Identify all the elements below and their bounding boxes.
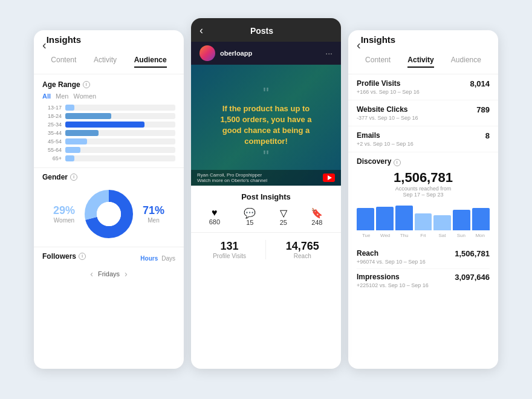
gender-section: Gender i 29% Women 71% Men — [34, 167, 184, 247]
age-range-title: Age Range i — [42, 80, 175, 89]
left-panel: ‹ Insights Content Activity Audience Age… — [34, 30, 184, 369]
tab-audience-right[interactable]: Audience — [451, 56, 481, 68]
disc-bar-tue — [357, 208, 374, 230]
bar-row-3544: 35-44 — [42, 130, 175, 136]
metric-sub: +2 vs. Sep 10 – Sep 16 — [357, 141, 414, 147]
discovery-section: Discovery i 1,506,781 Accounts reached f… — [348, 152, 498, 243]
tab-content-left[interactable]: Content — [51, 56, 76, 68]
metric-value: 8,014 — [470, 79, 490, 88]
day-sat: Sat — [433, 233, 452, 238]
metric-profile-visits: Profile Visits +166 vs. Sep 10 – Sep 16 … — [348, 74, 498, 100]
center-header: ‹ Posts — [191, 18, 341, 42]
age-range-section: Age Range i All Men Women 13-17 18-24 25… — [34, 74, 184, 167]
bar-track — [65, 130, 175, 136]
bar-label: 55-64 — [42, 147, 62, 153]
filter-women[interactable]: Women — [73, 92, 96, 100]
followers-section: Followers i Hours Days ‹ Fridays › — [34, 247, 184, 284]
metric-value: 8 — [485, 131, 490, 140]
age-range-info-icon[interactable]: i — [83, 81, 90, 88]
day-wed: Wed — [375, 233, 394, 238]
discovery-sub: Accounts reached fromSep 17 – Sep 23 — [357, 186, 490, 198]
followers-info-icon[interactable]: i — [79, 253, 86, 260]
day-sun: Sun — [452, 233, 470, 238]
reach-row: 131 Profile Visits 14,765 Reach — [191, 233, 341, 267]
next-day-button[interactable]: › — [125, 269, 128, 279]
center-panel: ‹ Posts oberloapp ··· " If the product h… — [191, 18, 341, 369]
likes-value: 680 — [209, 218, 220, 225]
metric-emails: Emails +2 vs. Sep 10 – Sep 16 8 — [348, 126, 498, 152]
saves-value: 248 — [311, 219, 323, 226]
disc-bar-thu — [395, 206, 413, 230]
bar-row-5564: 55-64 — [42, 147, 175, 153]
followers-title: Followers i — [42, 252, 86, 261]
metric-website-clicks: Website Clicks -377 vs. Sep 10 – Sep 16 … — [348, 100, 498, 126]
right-bottom-metrics: Reach +96074 vs. Sep 10 – Sep 16 1,506,7… — [348, 243, 498, 294]
bar-label: 35-44 — [42, 130, 62, 136]
bar-track — [65, 147, 175, 153]
bar-label: 65+ — [42, 155, 62, 161]
metric-name: Emails — [357, 131, 414, 140]
metric-value: 3,097,646 — [455, 273, 490, 282]
post-avatar — [199, 45, 215, 61]
discovery-bar-chart — [357, 203, 490, 233]
metric-info: Website Clicks -377 vs. Sep 10 – Sep 16 — [357, 105, 418, 121]
scene: ‹ Insights Content Activity Audience Age… — [6, 18, 526, 381]
age-bar-chart: 13-17 18-24 25-34 35-44 45-54 — [42, 105, 175, 161]
current-day: Fridays — [98, 270, 120, 277]
reach-label: Reach — [286, 253, 319, 259]
metric-info: Emails +2 vs. Sep 10 – Sep 16 — [357, 131, 414, 147]
metric-sub: +225102 vs. Sep 10 – Sep 16 — [357, 282, 429, 288]
bookmark-icon: 🔖 — [311, 207, 323, 219]
metric-sub: +96074 vs. Sep 10 – Sep 16 — [357, 259, 426, 265]
days-button[interactable]: Days — [161, 255, 175, 262]
attribution-name: Ryan Carroll, Pro Dropshipper — [197, 172, 267, 178]
men-stat: 71% Men — [143, 204, 164, 224]
tab-activity-left[interactable]: Activity — [94, 56, 117, 68]
filter-all[interactable]: All — [42, 92, 51, 100]
filter-men[interactable]: Men — [56, 92, 68, 100]
women-pct: 29% — [53, 204, 75, 217]
post-insights-label: Post Insights — [191, 186, 341, 205]
shares-value: 25 — [280, 219, 287, 226]
right-back-button[interactable]: ‹ — [357, 39, 361, 51]
gender-pie-chart — [85, 190, 133, 238]
gender-title: Gender i — [42, 173, 175, 181]
age-filter-row: All Men Women — [42, 92, 175, 100]
tab-content-right[interactable]: Content — [365, 56, 391, 68]
tab-activity-right[interactable]: Activity — [407, 56, 433, 68]
metric-info: Profile Visits +166 vs. Sep 10 – Sep 16 — [357, 79, 420, 95]
bar-label: 45-54 — [42, 138, 62, 144]
quote-close: " — [201, 147, 331, 166]
post-more-button[interactable]: ··· — [325, 48, 332, 58]
center-title: Posts — [203, 26, 320, 36]
stat-comments: 💬 15 — [244, 207, 256, 226]
metric-sub: +166 vs. Sep 10 – Sep 16 — [357, 89, 420, 95]
attribution-channel: Watch more on Oberlo's channel — [197, 178, 267, 183]
bar-track — [65, 155, 175, 161]
reach-value: 14,765 — [286, 240, 319, 253]
left-back-button[interactable]: ‹ — [42, 39, 47, 51]
right-tabs: Content Activity Audience — [357, 51, 490, 70]
hours-button[interactable]: Hours — [140, 255, 158, 262]
gender-info-icon[interactable]: i — [70, 174, 77, 181]
disc-bar-wed — [376, 207, 394, 230]
left-tabs: Content Activity Audience — [42, 51, 175, 70]
followers-header: Followers i Hours Days — [42, 252, 175, 264]
svg-point-2 — [97, 202, 121, 226]
post-meta: oberloapp ··· — [191, 42, 341, 65]
tab-audience-left[interactable]: Audience — [134, 56, 167, 68]
stat-shares: ▽ 25 — [280, 207, 287, 226]
bar-label: 13-17 — [42, 105, 62, 111]
bar-row-65plus: 65+ — [42, 155, 175, 161]
metric-info: Reach +96074 vs. Sep 10 – Sep 16 — [357, 249, 426, 265]
discovery-info-icon[interactable]: i — [394, 159, 401, 166]
metric-name: Reach — [357, 249, 426, 258]
post-quote-text: If the product has up to 1,500 orders, y… — [201, 103, 331, 148]
pie-container: 29% Women 71% Men — [42, 185, 175, 243]
right-header: ‹ Insights Content Activity Audience — [348, 30, 498, 74]
prev-day-button[interactable]: ‹ — [90, 269, 93, 279]
disc-bar-fri — [415, 213, 432, 230]
youtube-button[interactable] — [323, 174, 335, 182]
discovery-title: Discovery i — [357, 157, 490, 166]
reach-divider — [265, 240, 266, 259]
